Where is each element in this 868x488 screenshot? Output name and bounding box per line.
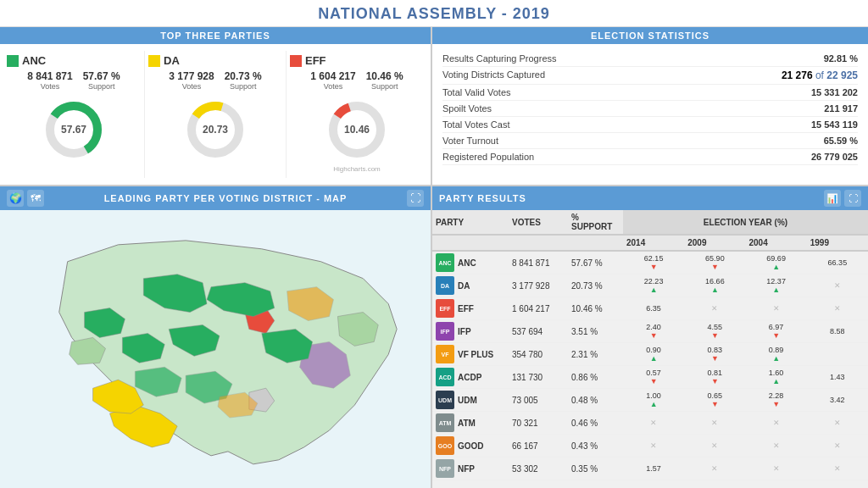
election-stats-header: ELECTION STATISTICS [432, 27, 868, 44]
year-1999-cell: ✕ [807, 412, 868, 435]
party-results-header: PARTY RESULTS 📊 ⛶ [432, 186, 868, 210]
stats-row-population: Registered Population 26 779 025 [442, 149, 858, 165]
stats-label-turnout: Voter Turnout [442, 136, 498, 146]
year-2014-cell: 22.23 ▲ [623, 274, 684, 297]
year-2014-cell: ✕ [623, 412, 684, 435]
year-2009-cell: ✕ [684, 297, 745, 320]
stats-value-population: 26 779 025 [811, 152, 858, 162]
anc-votes-value: 8 841 871 [27, 70, 72, 82]
col-year-2014: 2014 [623, 235, 684, 251]
party-card-da: DA 3 177 928 Votes 20.73 % Support [145, 51, 287, 178]
table-row[interactable]: ACD ACDP 131 730 0.86 % 0.57 ▼ 0.81 ▼ 1.… [432, 366, 868, 389]
stats-value-spoilt: 211 917 [824, 103, 858, 114]
stats-value-total-cast: 15 543 119 [811, 119, 858, 130]
party-name-cell: EFF EFF [432, 297, 509, 320]
map-container[interactable] [0, 210, 431, 488]
year-2009-cell: ✕ [684, 412, 745, 435]
table-row[interactable]: NFP NFP 53 302 0.35 % 1.57 ✕ ✕ ✕ [432, 458, 868, 480]
party-name-cell: ANC ANC [432, 251, 509, 274]
map-title: LEADING PARTY PER VOTING DISTRICT - MAP [44, 193, 407, 203]
anc-votes-label: Votes [41, 82, 60, 91]
party-results-panel: PARTY RESULTS 📊 ⛶ PARTY VOTES % SUPPORT … [432, 186, 868, 488]
year-2009-cell: 4.55 ▼ [684, 320, 745, 343]
stats-label-spoilt: Spoilt Votes [442, 103, 492, 114]
eff-name: EFF [305, 54, 326, 67]
year-2009-cell: 65.90 ▼ [684, 251, 745, 274]
votes-cell: 73 005 [509, 389, 568, 412]
highcharts-credit: Highcharts.com [330, 164, 384, 175]
party-name-cell: ACD ACDP [432, 366, 509, 389]
stats-value-districts: 21 276 of 22 925 [782, 69, 858, 81]
map-left-icons[interactable]: 🌍 🗺 [7, 190, 44, 207]
year-2004-cell: 12.37 ▲ [746, 274, 807, 297]
stats-row-districts: Voting Districts Captured 21 276 of 22 9… [442, 67, 858, 85]
eff-donut-chart: 10.46 [323, 96, 391, 164]
year-2009-cell: 0.81 ▼ [684, 366, 745, 389]
col-support-header: % SUPPORT [568, 210, 623, 235]
year-2004-cell: 6.97 ▼ [746, 320, 807, 343]
party-name-cell: VF VF PLUS [432, 343, 509, 366]
col-election-year-header: ELECTION YEAR (%) [623, 210, 868, 235]
year-2009-cell: ✕ [684, 458, 745, 480]
party-name-cell: IFP IFP [432, 320, 509, 343]
col-year-2009: 2009 [684, 235, 745, 251]
eff-support-label: Support [371, 82, 398, 91]
anc-donut-chart: 57.67 [40, 96, 108, 164]
layers-icon[interactable]: 🗺 [27, 190, 44, 207]
year-2014-cell: 62.15 ▼ [623, 251, 684, 274]
votes-cell: 53 302 [509, 458, 568, 480]
globe-icon[interactable]: 🌍 [7, 190, 24, 207]
support-cell: 10.46 % [568, 297, 623, 320]
table-row[interactable]: ANC ANC 8 841 871 57.67 % 62.15 ▼ 65.90 … [432, 251, 868, 274]
anc-support-value: 57.67 % [83, 70, 120, 82]
stats-label-total-cast: Total Votes Cast [442, 119, 510, 130]
chart-icon[interactable]: 📊 [824, 190, 841, 207]
eff-support-value: 10.46 % [366, 70, 403, 82]
stats-label-valid-votes: Total Valid Votes [442, 87, 511, 97]
year-2004-cell: 2.28 ▼ [746, 389, 807, 412]
stats-value-valid-votes: 15 331 202 [811, 87, 858, 97]
table-row[interactable]: IFP IFP 537 694 3.51 % 2.40 ▼ 4.55 ▼ 6.9… [432, 320, 868, 343]
votes-cell: 66 167 [509, 435, 568, 458]
table-row[interactable]: ATM ATM 70 321 0.46 % ✕ ✕ ✕ ✕ [432, 412, 868, 435]
party-name-cell: GOO GOOD [432, 435, 509, 458]
votes-cell: 70 321 [509, 412, 568, 435]
expand-icon[interactable]: ⛶ [407, 190, 424, 207]
votes-cell: 131 730 [509, 366, 568, 389]
stats-value-progress: 92.81 % [824, 53, 858, 64]
year-2004-cell: ✕ [746, 435, 807, 458]
party-results-title: PARTY RESULTS [439, 193, 526, 203]
col-subheader-support [568, 235, 623, 251]
year-1999-cell: ✕ [807, 435, 868, 458]
da-support-value: 20.73 % [225, 70, 262, 82]
support-cell: 0.35 % [568, 458, 623, 480]
stats-row-valid-votes: Total Valid Votes 15 331 202 [442, 85, 858, 101]
da-name: DA [164, 54, 180, 67]
fullscreen-icon[interactable]: ⛶ [844, 190, 861, 207]
votes-cell: 1 604 217 [509, 297, 568, 320]
year-2014-cell: 2.40 ▼ [623, 320, 684, 343]
da-donut-label: 20.73 [203, 124, 228, 136]
year-2014-cell: 0.90 ▲ [623, 343, 684, 366]
year-1999-cell: 3.42 [807, 389, 868, 412]
year-2009-cell: 0.83 ▼ [684, 343, 745, 366]
votes-cell: 354 780 [509, 343, 568, 366]
table-row[interactable]: EFF EFF 1 604 217 10.46 % 6.35 ✕ ✕ ✕ [432, 297, 868, 320]
stats-label-districts: Voting Districts Captured [442, 69, 545, 81]
table-row[interactable]: UDM UDM 73 005 0.48 % 1.00 ▲ 0.65 ▼ 2.28… [432, 389, 868, 412]
year-1999-cell: ✕ [807, 274, 868, 297]
map-svg [0, 210, 431, 488]
col-year-2004: 2004 [746, 235, 807, 251]
col-subheader-party [432, 235, 509, 251]
eff-donut-label: 10.46 [344, 124, 370, 136]
table-row[interactable]: VF VF PLUS 354 780 2.31 % 0.90 ▲ 0.83 ▼ … [432, 343, 868, 366]
table-row[interactable]: DA DA 3 177 928 20.73 % 22.23 ▲ 16.66 ▲ … [432, 274, 868, 297]
support-cell: 0.46 % [568, 412, 623, 435]
table-row[interactable]: GOO GOOD 66 167 0.43 % ✕ ✕ ✕ ✕ [432, 435, 868, 458]
year-1999-cell: ✕ [807, 297, 868, 320]
votes-cell: 8 841 871 [509, 251, 568, 274]
col-subheader-votes [509, 235, 568, 251]
party-card-eff: EFF 1 604 217 Votes 10.46 % Support [287, 51, 427, 178]
year-2014-cell: 1.00 ▲ [623, 389, 684, 412]
stats-row-total-cast: Total Votes Cast 15 543 119 [442, 117, 858, 133]
